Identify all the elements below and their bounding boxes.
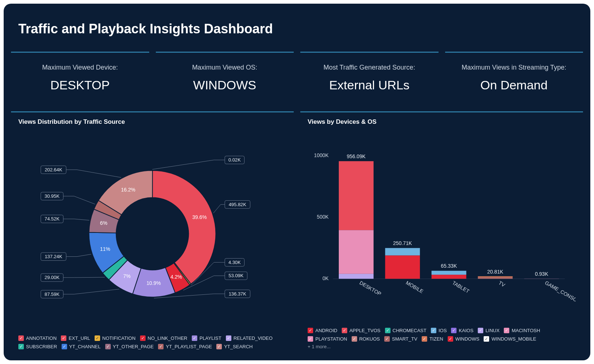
bar-segment[interactable] [339,230,374,274]
legend-item[interactable]: ✓ROKUOS [352,336,380,342]
donut-chart[interactable]: 0.02K39.6%495.82K4.30K4.2%53.09K10.9%136… [18,129,286,331]
bar-total: 0.93K [535,271,549,277]
kpi-value: WINDOWS [160,78,290,92]
callout-value: 137.24K [45,254,62,259]
legend-item[interactable]: ✓IOS [431,328,447,333]
bar-segment[interactable] [478,276,513,278]
legend-label: WINDOWS [455,336,480,342]
check-icon: ✓ [308,336,313,342]
check-icon: ✓ [18,335,24,341]
callout-value: 74.52K [45,216,60,222]
legend-item[interactable]: ✓EXT_URL [61,335,90,341]
check-icon: ✓ [448,336,453,342]
legend-item[interactable]: ✓YT_OTHER_PAGE [105,344,154,349]
legend-item[interactable]: ✓MACINTOSH [504,328,540,333]
legend-item[interactable]: ✓YT_CHANNEL [62,344,101,349]
legend-item[interactable]: ✓SMART_TV [384,336,417,342]
legend-label: MACINTOSH [511,328,540,333]
legend-label: TIZEN [429,336,443,342]
kpi-row: Maximum Viewed Device: DESKTOP Maximum V… [11,52,583,105]
legend-item[interactable]: ✓WINDOWS [448,336,480,342]
check-icon: ✓ [216,344,222,349]
legend-label: PLAYLIST [199,335,221,341]
legend-item[interactable]: ✓APPLE_TVOS [342,328,381,333]
check-icon: ✓ [226,335,231,341]
donut-slice[interactable] [153,171,216,284]
legend-item[interactable]: ✓TIZEN [422,336,443,342]
bar-chart[interactable]: 0K500K1000K956.09KDESKTOP250.71KMOBILE65… [308,129,576,323]
legend-item[interactable]: ✓ANNOTATION [18,335,56,341]
legend-item[interactable]: ✓PLAYLIST [192,335,221,341]
bar-segment[interactable] [432,275,466,279]
legend-item[interactable]: ✓PLAYSTATION [308,336,347,342]
x-tick: GAME_CONSOLE [544,280,576,306]
legend-item[interactable]: ✓RELATED_VIDEO [226,335,273,341]
kpi-label: Most Traffic Generated Source: [304,64,435,71]
legend-label: RELATED_VIDEO [234,335,273,341]
check-icon: ✓ [192,335,197,341]
x-tick: TV [498,280,506,288]
check-icon: ✓ [62,344,67,349]
legend-item[interactable]: ✓LINUX [478,328,499,333]
kpi-value: On Demand [449,78,580,92]
bar-total: 65.33K [441,263,457,269]
slice-pct: 10.9% [146,280,161,286]
legend-label: EXT_URL [69,335,90,341]
page-title: Traffic and Playback Insights Dashboard [11,10,583,52]
legend-item[interactable]: ✓ANDROID [308,328,337,333]
check-icon: ✓ [384,336,390,342]
kpi-stream: Maximum Views in Streaming Type: On Dema… [445,52,583,105]
check-icon: ✓ [385,328,390,333]
legend-item[interactable]: ✓NOTIFICATION [95,335,136,341]
donut-body: 0.02K39.6%495.82K4.30K4.2%53.09K10.9%136… [18,129,286,331]
legend-label: SUBSCRIBER [26,344,57,349]
kpi-value: External URLs [304,78,435,92]
legend-item[interactable]: ✓WINDOWS_MOBILE [484,336,536,342]
y-tick: 500K [317,214,329,220]
legend-label: ROKUOS [359,336,380,342]
bar-segment[interactable] [478,277,513,279]
legend-label: LINUX [485,328,499,333]
callout-value: 136.37K [229,291,246,297]
kpi-device: Maximum Viewed Device: DESKTOP [11,52,149,105]
check-icon: ✓ [158,344,164,349]
legend-label: NOTIFICATION [102,335,136,341]
kpi-label: Maximum Viewed Device: [15,64,146,71]
bar-legend-more[interactable]: + 1 more... [308,342,576,349]
y-tick: 1000K [314,152,329,158]
legend-item[interactable]: ✓CHROMECAST [385,328,426,333]
legend-item[interactable]: ✓YT_SEARCH [216,344,253,349]
legend-label: YT_PLAYLIST_PAGE [166,344,212,349]
legend-item[interactable]: ✓SUBSCRIBER [18,344,57,349]
legend-label: YT_CHANNEL [69,344,101,349]
legend-item[interactable]: ✓YT_PLAYLIST_PAGE [158,344,212,349]
bar-card: Views by Devices & OS 0K500K1000K956.09K… [300,111,583,354]
kpi-label: Maximum Viewed OS: [160,64,290,71]
bar-total: 956.09K [347,153,366,159]
legend-item[interactable]: ✓KAIOS [451,328,473,333]
callout-value: 29.00K [45,275,60,280]
x-tick: TABLET [451,280,471,294]
bar-segment[interactable] [432,271,466,275]
bar-segment[interactable] [339,161,374,230]
legend-label: SMART_TV [392,336,417,342]
bar-total: 250.71K [393,240,412,246]
slice-pct: 6% [100,220,107,226]
bar-segment[interactable] [339,274,374,279]
callout-value: 495.82K [229,202,246,207]
kpi-os: Maximum Viewed OS: WINDOWS [156,52,294,105]
kpi-label: Maximum Views in Streaming Type: [449,64,580,71]
legend-label: YT_OTHER_PAGE [113,344,154,349]
bar-segment[interactable] [385,248,420,255]
kpi-source: Most Traffic Generated Source: External … [300,52,439,105]
check-icon: ✓ [451,328,456,333]
slice-pct: 16.2% [121,187,135,193]
check-icon: ✓ [478,328,483,333]
bar-segment[interactable] [385,255,420,279]
check-icon: ✓ [352,336,357,342]
slice-pct: 39.6% [192,214,207,220]
bar-total: 20.81K [487,269,504,275]
legend-item[interactable]: ✓NO_LINK_OTHER [140,335,187,341]
donut-legend: ✓ANNOTATION✓EXT_URL✓NOTIFICATION✓NO_LINK… [18,331,286,349]
donut-card: Views Distribution by Traffic Source 0.0… [11,111,294,354]
